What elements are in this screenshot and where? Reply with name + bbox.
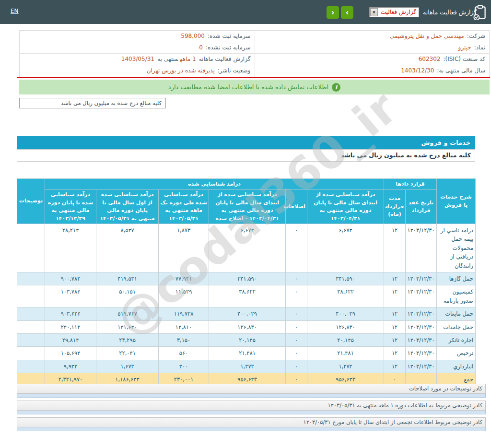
column-header-6: درآمد شناسایی شده طی دوره یک ماهه منتهی … xyxy=(159,190,209,224)
chevron-left-icon: ‹ xyxy=(327,7,339,18)
info-value: 602302 xyxy=(419,56,441,62)
cell-revenue-month: ۳,۱۵۰ xyxy=(159,333,209,346)
column-header-8: درآمد شناسایی شده تا پایان دوره مالی منت… xyxy=(45,190,96,224)
cell-duration-months: ۱۲ xyxy=(384,360,406,373)
cell-revenue-adjusted: ۲۱,۴۸۱ xyxy=(209,347,286,360)
main-table-subheader-row: تاریخ عقد قراردادمدت قرارداد (ماه)درآمد … xyxy=(17,190,476,224)
cell-revenue-prev-period: ۶,۶۷۴ xyxy=(307,224,384,272)
cell-revenue-prev-period: ۳۴۱,۵۹۰ xyxy=(307,272,384,285)
red-divider-line xyxy=(17,77,490,78)
cell-revenue-adjusted: ۲۰,۱۴۵ xyxy=(209,333,286,346)
cell-revenue-to-year-end: ۲۴۰,۱۱۲ xyxy=(45,320,96,333)
cell-revenue-to-year-end: ۹۰۰,۷۸۲ xyxy=(45,272,96,285)
main-table-header: شرح خدمات یا فروش قرارد دادها درآمد شناس… xyxy=(17,179,476,224)
cell-revenue-prev-period: ۳۸,۶۲۲ xyxy=(307,285,384,307)
cell-revenue-ytd: ۵۰,۱۵۱ xyxy=(96,285,159,307)
cell-revenue-prev-period: ۲۰,۱۴۵ xyxy=(307,333,384,346)
column-header-5: درآمد شناسایی شده از ابتدای سال مالی تا … xyxy=(209,190,286,224)
column-header-description: شرح خدمات یا فروش xyxy=(437,179,476,224)
report-type-selected-value: گزارش فعالیت xyxy=(381,8,416,17)
table-row: کمیسیون صدور بارنامه۱۴۰۳/۱۲/۳۰۱۲۳۸,۶۲۲۰۳… xyxy=(17,285,476,307)
cell-description: حمل مایعات xyxy=(437,307,476,320)
table-row: ترخیص۱۴۰۳/۱۲/۳۰۱۲۲۱,۴۸۱۰۲۱,۴۸۱۵۶۰۲۲,۰۴۱۱… xyxy=(17,347,476,360)
cell-description: حمل جامدات xyxy=(437,320,476,333)
info-value: 598,000 xyxy=(181,33,205,39)
chevron-down-icon[interactable]: ▼ xyxy=(370,8,378,16)
cell-notes xyxy=(17,224,45,272)
comment-box-1: کادر توضیحات در مورد اصلاحات xyxy=(17,384,486,398)
info-row: سال مالی منتهی به:1403/12/30وضعیت ناشر:پ… xyxy=(20,65,489,77)
cell-revenue-adjusted: ۳۴۱,۵۹۰ xyxy=(209,272,286,285)
report-type-select[interactable]: ▼ گزارش فعالیت xyxy=(369,7,419,17)
table-row: حمل گازها۱۴۰۳/۱۲/۳۰۱۲۳۴۱,۵۹۰۰۳۴۱,۵۹۰۷۷,۹… xyxy=(17,272,476,285)
comment-box-content-area[interactable] xyxy=(17,427,486,431)
previous-report-button[interactable]: ‹ xyxy=(327,6,339,19)
info-label: سرمایه ثبت نشده: xyxy=(206,44,251,51)
info-value: 1403/05/31 xyxy=(121,56,154,62)
cell-notes xyxy=(17,307,45,320)
cell-duration-months: ۱۲ xyxy=(384,347,406,360)
cell-duration-months: ۱۲ xyxy=(384,272,406,285)
cell-revenue-to-year-end: ۲۸,۲۱۴ xyxy=(45,224,96,272)
cell-revenue-to-year-end: ۱۰۵,۶۹۴ xyxy=(45,347,96,360)
cell-contract-date: ۱۴۰۳/۱۲/۳۰ xyxy=(406,320,437,333)
cell-revenue-prev-period: ۴۰۰,۰۲۹ xyxy=(307,307,384,320)
info-cell-right: شرکت:مهندسي حمل و نقل پتروشيمي xyxy=(255,31,490,42)
info-value: 1 ماهه xyxy=(180,56,196,62)
next-report-button[interactable]: › xyxy=(341,6,353,19)
group-header-recognized-revenue: درآمد شناسایی شده xyxy=(45,179,384,190)
cell-contract-date: ۱۴۰۳/۱۲/۳۰ xyxy=(406,272,437,285)
cell-notes xyxy=(17,360,45,373)
comment-box-content-area[interactable] xyxy=(17,411,486,414)
cell-description: ترخیص xyxy=(437,347,476,360)
cell-revenue-ytd: ۵۱۹,۷۶۷ xyxy=(96,307,159,320)
cell-revenue-adjusted: ۳۸,۶۲۲ xyxy=(209,285,286,307)
comment-box-content-area[interactable] xyxy=(17,394,486,398)
table-row: حمل جامدات۱۴۰۳/۱۲/۳۰۱۲۱۲۶,۸۳۰۰۱۲۶,۸۳۰۱۴,… xyxy=(17,320,476,333)
cell-revenue-month: ۱۱۹,۷۳۸ xyxy=(159,307,209,320)
cell-contract-date: ۱۴۰۳/۱۲/۳۰ xyxy=(406,333,437,346)
signature-match-text: اطلاعات نمایش داده شده با اطلاعات امضا ش… xyxy=(168,83,328,91)
cell-revenue-to-year-end: ۱۰۳,۷۸۶ xyxy=(45,285,96,307)
info-label: سرمایه ثبت شده: xyxy=(208,33,251,39)
cell-notes xyxy=(17,272,45,285)
cell-revenue-month: ۴۰۰ xyxy=(159,360,209,373)
info-label: شرکت: xyxy=(467,33,485,39)
cell-adjustments: ۰ xyxy=(286,347,307,360)
comment-box-2: کادر توضیحی مربوط به اطلاعات دوره ۱ ماهه… xyxy=(17,401,486,414)
cell-description: انبارداري xyxy=(437,360,476,373)
cell-adjustments: ۰ xyxy=(286,333,307,346)
column-header-2: مدت قرارداد (ماه) xyxy=(384,190,406,224)
cell-adjustments: ۰ xyxy=(286,307,307,320)
cell-adjustments: ۰ xyxy=(286,285,307,307)
topbar: EN ‹ › ▼ گزارش فعالیت گزارش فعالیت ماهان… xyxy=(0,0,491,24)
cell-contract-date: ۱۴۰۳/۱۲/۳۰ xyxy=(406,285,437,307)
language-link[interactable]: EN xyxy=(11,8,19,14)
section-header-services-sales: خدمات و فروش xyxy=(17,136,475,149)
info-cell-right: نماد:حپترو xyxy=(255,42,490,53)
cell-revenue-prev-period: ۱۲۶,۸۳۰ xyxy=(307,320,384,333)
cell-description: کمیسیون صدور بارنامه xyxy=(437,285,476,307)
cell-duration-months: ۱۲ xyxy=(384,333,406,346)
cell-adjustments: ۰ xyxy=(286,224,307,272)
comment-box-title: کادر توضیحی مربوط اطلاعات تجمعی از ابتدا… xyxy=(17,417,486,427)
section-amounts-unit-note: کلیه مبالغ درج شده به میلیون ریال می باش… xyxy=(17,149,475,162)
column-header-3: درآمد شناسایی شده از ابتدای سال مالی تا … xyxy=(307,190,384,224)
table-row: انبارداري۱۴۰۳/۱۲/۳۰۱۲۱,۲۷۲۰۱,۲۷۲۴۰۰۱,۶۷۲… xyxy=(17,360,476,373)
cell-adjustments: ۰ xyxy=(286,320,307,333)
info-value: 0 xyxy=(199,44,203,51)
cell-revenue-ytd: ۴۱۹,۵۳۱ xyxy=(96,272,159,285)
cell-contract-date: ۱۴۰۳/۱۲/۳۰ xyxy=(406,347,437,360)
info-cell-left: سرمایه ثبت نشده:0 xyxy=(20,42,255,53)
cell-description: درامد ناشي از بيمه حمل محمولات دريافتي ا… xyxy=(437,224,476,272)
main-table-body: درامد ناشي از بيمه حمل محمولات دريافتي ا… xyxy=(17,224,476,386)
comment-box-title: کادر توضیحی مربوط به اطلاعات دوره ۱ ماهه… xyxy=(17,401,486,411)
cell-revenue-month: ۱,۸۷۳ xyxy=(159,224,209,272)
cell-revenue-ytd: ۲۲,۰۴۱ xyxy=(96,347,159,360)
clipboard-check-icon xyxy=(473,4,487,20)
info-label: منتهی به xyxy=(157,56,178,62)
cell-notes xyxy=(17,347,45,360)
company-info-table: شرکت:مهندسي حمل و نقل پتروشيميسرمایه ثبت… xyxy=(19,30,490,77)
cell-revenue-adjusted: ۱۲۶,۸۳۰ xyxy=(209,320,286,333)
info-label: وضعیت ناشر: xyxy=(218,67,251,74)
